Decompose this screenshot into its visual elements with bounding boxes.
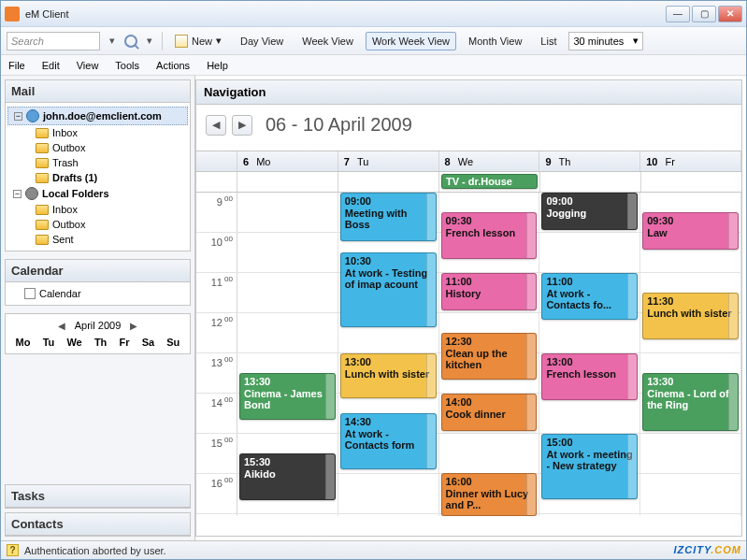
collapse-icon[interactable]: − — [13, 190, 22, 198]
calendar-panel-header[interactable]: Calendar — [6, 260, 190, 282]
folder-icon — [36, 143, 49, 153]
folder-trash[interactable]: Trash — [7, 155, 188, 170]
minimize-button[interactable]: — — [666, 6, 690, 22]
work-week-view-button[interactable]: Work Week View — [366, 32, 456, 50]
local-icon — [25, 187, 38, 200]
event[interactable]: 12:30Clean up the kitchen — [441, 333, 538, 380]
warning-icon: ? — [7, 544, 19, 556]
folder-icon — [36, 220, 49, 230]
folder-outbox[interactable]: Outbox — [7, 140, 188, 155]
menu-file[interactable]: File — [8, 60, 25, 71]
event[interactable]: 15:30Aikido — [239, 453, 336, 500]
event[interactable]: 13:00Lunch with sister — [340, 353, 437, 398]
titlebar: eM Client — ▢ ✕ — [1, 1, 746, 27]
account-icon — [26, 109, 39, 122]
menu-tools[interactable]: Tools — [115, 60, 139, 71]
search-dropdown[interactable]: ▾ — [106, 35, 119, 47]
day-of-week-row: MoTuWeThFrSaSu — [6, 337, 190, 348]
search-input[interactable]: Search — [7, 32, 100, 50]
event[interactable]: 11:30Lunch with sister — [642, 293, 739, 339]
account-row[interactable]: − john.doe@emclient.com — [7, 107, 188, 125]
window-title: eM Client — [25, 8, 666, 20]
month-label: April 2009 — [75, 320, 122, 331]
day-view-button[interactable]: Day View — [234, 32, 290, 50]
sidebar: Mail − john.doe@emclient.com Inbox Outbo… — [1, 76, 195, 540]
folder-inbox[interactable]: Inbox — [7, 125, 188, 140]
day-header[interactable]: 6Mo — [237, 151, 338, 171]
folder-drafts[interactable]: Drafts (1) — [7, 170, 188, 185]
next-week-button[interactable]: ▶ — [232, 115, 252, 136]
day-header[interactable]: 10Fr — [640, 151, 741, 171]
calendar-grid[interactable]: 6Mo 7Tu 8We 9Th 10Fr TV - dr.House 9 — [196, 151, 741, 536]
event[interactable]: 09:00Jogging — [541, 193, 638, 230]
folder-icon — [36, 205, 49, 215]
navigation-header: Navigation — [196, 80, 741, 105]
month-view-button[interactable]: Month View — [462, 32, 528, 50]
event[interactable]: 13:00French lesson — [541, 353, 638, 400]
calendar-checkbox[interactable] — [24, 288, 36, 299]
new-button[interactable]: New ▾ — [168, 31, 228, 51]
event[interactable]: 15:00At work - meeting - New strategy — [541, 434, 638, 499]
local-sent[interactable]: Sent — [7, 232, 188, 247]
menu-view[interactable]: View — [77, 60, 99, 71]
menubar: File Edit View Tools Actions Help — [1, 55, 746, 76]
main-area: Navigation ◀ ▶ 06 - 10 April 2009 6Mo 7T… — [195, 79, 742, 537]
next-month-button[interactable]: ▶ — [130, 321, 137, 331]
duration-select[interactable]: 30 minutes▾ — [568, 32, 643, 50]
toolbar: Search ▾ ▾ New ▾ Day View Week View Work… — [1, 27, 746, 55]
event[interactable]: 09:30Law — [642, 212, 739, 250]
event[interactable]: 16:00Dinner with Lucy and P... — [441, 473, 538, 516]
prev-month-button[interactable]: ◀ — [58, 321, 65, 331]
folder-icon — [36, 128, 49, 138]
collapse-icon[interactable]: − — [14, 112, 22, 121]
event[interactable]: 11:00At work - Contacts fo... — [541, 273, 638, 320]
event-allday[interactable]: TV - dr.House — [441, 174, 538, 189]
event[interactable]: 14:00Cook dinner — [441, 394, 538, 431]
status-text: Authentication aborted by user. — [24, 545, 166, 556]
date-picker[interactable]: ◀ April 2009 ▶ MoTuWeThFrSaSu — [5, 313, 191, 354]
app-icon — [5, 7, 20, 22]
list-view-button[interactable]: List — [534, 32, 563, 50]
event[interactable]: 11:00History — [441, 273, 538, 310]
folder-icon — [36, 158, 49, 168]
close-button[interactable]: ✕ — [718, 6, 742, 22]
maximize-button[interactable]: ▢ — [692, 6, 716, 22]
event[interactable]: 09:00Meeting with Boss — [340, 193, 437, 241]
status-bar: ? Authentication aborted by user. — [1, 540, 746, 559]
week-view-button[interactable]: Week View — [295, 32, 360, 50]
local-inbox[interactable]: Inbox — [7, 202, 188, 217]
day-header[interactable]: 8We — [439, 151, 540, 171]
search-options-dropdown[interactable]: ▾ — [143, 35, 156, 47]
menu-actions[interactable]: Actions — [156, 60, 190, 71]
day-header[interactable]: 9Th — [539, 151, 640, 171]
watermark: IZCITY.COM — [673, 538, 741, 558]
date-range-label: 06 - 10 April 2009 — [266, 114, 412, 136]
search-icon[interactable] — [124, 35, 137, 48]
event[interactable]: 10:30At work - Testing of imap acount — [340, 252, 437, 327]
folder-icon — [36, 173, 49, 183]
mail-panel-header[interactable]: Mail — [6, 80, 190, 103]
event[interactable]: 13:30Cinema - Lord of the Ring — [642, 373, 739, 431]
new-icon — [175, 35, 188, 48]
tasks-panel-header[interactable]: Tasks — [6, 485, 190, 508]
menu-edit[interactable]: Edit — [42, 60, 60, 71]
calendar-item[interactable]: Calendar — [7, 286, 188, 301]
prev-week-button[interactable]: ◀ — [206, 115, 226, 136]
day-header[interactable]: 7Tu — [338, 151, 439, 171]
event[interactable]: 09:30French lesson — [441, 212, 538, 259]
local-folders-row[interactable]: − Local Folders — [7, 185, 188, 202]
local-outbox[interactable]: Outbox — [7, 217, 188, 232]
event[interactable]: 14:30At work - Contacts form — [340, 413, 437, 469]
event[interactable]: 13:30Cinema - James Bond — [239, 373, 336, 420]
menu-help[interactable]: Help — [207, 60, 228, 71]
folder-icon — [36, 235, 49, 245]
contacts-panel-header[interactable]: Contacts — [6, 513, 190, 536]
